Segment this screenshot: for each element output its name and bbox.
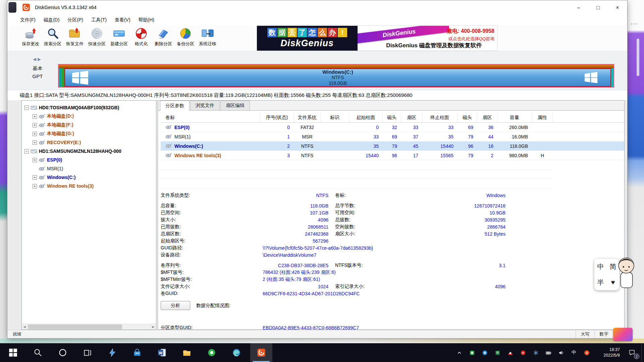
tree-item-9[interactable]: +Windows RE tools(3) bbox=[22, 182, 156, 190]
menu-item-help[interactable]: 帮助(H) bbox=[135, 16, 158, 24]
tree-item-6[interactable]: +ESP(0) bbox=[22, 156, 156, 164]
expand-icon[interactable]: + bbox=[33, 114, 37, 119]
green-app[interactable] bbox=[201, 343, 223, 362]
toolbar-delete-partition-button[interactable]: 删除分区 bbox=[152, 25, 174, 51]
ime-lang-indicator[interactable]: 中 bbox=[597, 262, 604, 271]
partition-block-msr[interactable] bbox=[61, 68, 64, 87]
minimize-button[interactable]: – bbox=[569, 0, 588, 15]
search-button[interactable] bbox=[27, 343, 49, 362]
tray-battery-indicator[interactable] bbox=[542, 343, 555, 362]
detail-label: 簇大小: bbox=[161, 217, 232, 223]
word-app[interactable]: W bbox=[151, 343, 173, 362]
tray-music-app[interactable] bbox=[517, 343, 529, 362]
tree-item-3[interactable]: +本地磁盘(G:) bbox=[22, 129, 156, 138]
task-view-button[interactable] bbox=[76, 343, 99, 362]
close-button[interactable]: × bbox=[608, 0, 627, 15]
expand-icon[interactable]: + bbox=[33, 123, 37, 127]
toolbar-format-button[interactable]: 格式化 bbox=[130, 25, 152, 51]
scroll-left-arrow-icon[interactable]: ◀ bbox=[22, 324, 28, 329]
tree-horizontal-scrollbar[interactable]: ◀▶ bbox=[22, 324, 156, 329]
toolbar-save-changes-button[interactable]: 保存更改 bbox=[19, 25, 42, 51]
toolbar-backup-partition-button[interactable]: 备份分区 bbox=[174, 25, 197, 51]
thunder-app[interactable] bbox=[101, 343, 123, 362]
table-row[interactable]: Windows(C:)2NTFS357945154409616118.0GB bbox=[161, 141, 624, 151]
expand-icon[interactable]: + bbox=[33, 132, 37, 136]
toolbar-quick-partition-button[interactable]: 快速分区 bbox=[86, 25, 108, 51]
tree-item-5[interactable]: −HD1:SAMSUNGMZNLN128HAHQ-000 bbox=[22, 147, 156, 156]
tree-item-2[interactable]: +本地磁盘(F:) bbox=[22, 121, 156, 129]
toolbar-new-partition-button[interactable]: 新建分区 bbox=[108, 25, 130, 51]
column-header[interactable]: 扇区 bbox=[477, 113, 497, 122]
tray-expand-button[interactable] bbox=[453, 343, 466, 362]
edge-app[interactable] bbox=[225, 343, 248, 362]
tray-ime-indicator[interactable]: 中 bbox=[568, 343, 580, 362]
menu-item-file[interactable]: 文件(F) bbox=[16, 16, 40, 24]
expand-icon[interactable]: + bbox=[33, 140, 37, 145]
expand-icon[interactable]: + bbox=[33, 175, 37, 180]
column-header[interactable]: 卷标 bbox=[161, 113, 260, 122]
diskgenius-app[interactable] bbox=[250, 343, 272, 362]
column-header[interactable]: 文件系统 bbox=[294, 113, 321, 122]
table-row[interactable]: Windows RE tools(3)3NTFS1544096171556579… bbox=[161, 151, 624, 160]
tray-cold-app[interactable] bbox=[529, 343, 542, 362]
ime-width-indicator[interactable]: 半 bbox=[597, 278, 604, 287]
tray-qq-app[interactable] bbox=[504, 343, 517, 362]
tray-sogou-app[interactable]: S bbox=[580, 343, 593, 362]
ime-heart-icon[interactable]: ♥ bbox=[611, 279, 615, 286]
tray-notes-app[interactable] bbox=[491, 343, 504, 362]
file-explorer-app[interactable] bbox=[176, 343, 198, 362]
maximize-button[interactable]: □ bbox=[588, 0, 608, 15]
column-header[interactable]: 容量 bbox=[497, 113, 532, 122]
scroll-right-arrow-icon[interactable]: ▶ bbox=[150, 324, 156, 329]
tab-partition-params[interactable]: 分区参数 bbox=[160, 101, 190, 111]
scrollbar-thumb[interactable] bbox=[28, 324, 122, 329]
toolbar-recover-files-button[interactable]: 恢复文件 bbox=[64, 25, 86, 51]
column-header[interactable]: 磁头 bbox=[383, 113, 401, 122]
tree-item-1[interactable]: +本地磁盘(D:) bbox=[22, 112, 156, 121]
toolbar-search-partition-button[interactable]: 搜索分区 bbox=[42, 25, 64, 51]
cortana-button[interactable] bbox=[52, 343, 74, 362]
expand-icon[interactable]: + bbox=[33, 158, 37, 162]
tree-item-4[interactable]: +RECOVERY(E:) bbox=[22, 138, 156, 147]
taskbar-clock[interactable]: 18:37 2022/5/9 bbox=[593, 347, 623, 358]
tray-security-app[interactable] bbox=[466, 343, 478, 362]
ime-status-widget[interactable]: 中 简 半 ♥ bbox=[594, 259, 619, 290]
column-header[interactable]: 序号(状态) bbox=[260, 113, 294, 122]
collapse-icon[interactable]: − bbox=[24, 149, 29, 154]
column-header[interactable]: 起始柱面 bbox=[349, 113, 383, 122]
menu-item-partition[interactable]: 分区(P) bbox=[63, 16, 87, 24]
tab-sector-edit[interactable]: 扇区编辑 bbox=[220, 101, 250, 110]
ad-qq-link[interactable]: 或点击此处选择QQ咨询 bbox=[448, 36, 494, 42]
start-button[interactable] bbox=[2, 343, 24, 362]
tray-sync-app[interactable] bbox=[478, 343, 491, 362]
store-app[interactable] bbox=[126, 343, 148, 362]
collapse-icon[interactable]: − bbox=[24, 106, 29, 110]
analyze-button[interactable]: 分析 bbox=[161, 301, 190, 310]
partition-block-esp[interactable] bbox=[59, 68, 61, 87]
column-header[interactable]: 扇区 bbox=[401, 113, 422, 122]
disk-nav-arrows[interactable]: ◀▶ bbox=[27, 57, 48, 62]
column-header[interactable]: 标识 bbox=[321, 113, 349, 122]
show-desktop-button[interactable] bbox=[641, 343, 644, 362]
tree-item-7[interactable]: MSR(1) bbox=[22, 164, 156, 173]
tray-volume-button[interactable] bbox=[555, 343, 568, 362]
tree-item-0[interactable]: −HD0:TOSHIBAMQ04ABF100(932GB) bbox=[22, 103, 156, 112]
tab-browse-files[interactable]: 浏览文件 bbox=[190, 101, 220, 110]
table-row[interactable]: ESP(0)0FAT3203233336936260.0MB bbox=[161, 123, 624, 132]
expand-icon[interactable]: + bbox=[33, 184, 37, 188]
menu-item-view[interactable]: 查看(V) bbox=[111, 16, 135, 24]
tree-item-8[interactable]: +Windows(C:) bbox=[22, 173, 156, 182]
toolbar-system-migrate-button[interactable]: 系统迁移 bbox=[197, 25, 219, 51]
column-header[interactable]: 终止柱面 bbox=[422, 113, 458, 122]
partition-block-re-tools[interactable] bbox=[611, 68, 613, 87]
column-header[interactable]: 属性 bbox=[532, 113, 553, 122]
ime-charset-indicator[interactable]: 简 bbox=[610, 262, 616, 271]
cell-fs: FAT32 bbox=[294, 123, 321, 132]
partition-block-windows-c[interactable]: Windows(C:) NTFS 118.0GB bbox=[64, 68, 611, 87]
menu-item-disk[interactable]: 磁盘(D) bbox=[40, 16, 63, 24]
menu-item-tools[interactable]: 工具(T) bbox=[87, 16, 111, 24]
column-header[interactable]: 磁头 bbox=[458, 113, 477, 122]
table-row[interactable]: MSR(1)1MSR33693735794416.0MB bbox=[161, 132, 624, 141]
notification-center-button[interactable]: 2 bbox=[623, 343, 641, 362]
ad-banner[interactable]: 数据丢了怎么办! DiskGenius DiskGenius 致电: 400-0… bbox=[257, 26, 497, 51]
